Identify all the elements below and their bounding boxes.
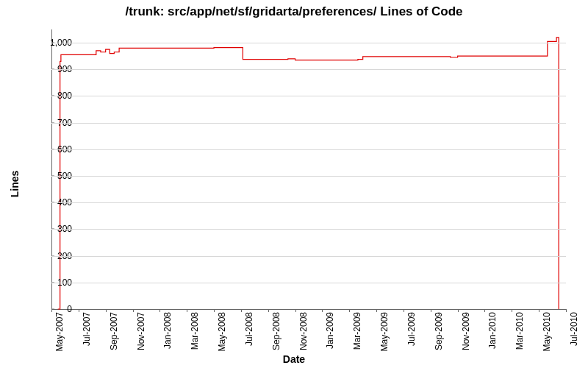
- x-tick-label: Jul-2009: [406, 312, 417, 368]
- x-tick-mark: [214, 309, 215, 312]
- gridline: [51, 69, 566, 70]
- data-line: [51, 29, 566, 309]
- x-tick-mark: [106, 309, 107, 312]
- x-tick-label: Sep-2007: [109, 312, 119, 368]
- x-tick-label: May-2007: [54, 312, 65, 368]
- gridline: [51, 43, 566, 43]
- x-tick-label: Jul-2007: [82, 312, 92, 368]
- x-tick-label: Jul-2010: [569, 312, 579, 368]
- x-tick-label: Nov-2008: [298, 312, 309, 368]
- y-axis-label: Lines: [9, 171, 21, 198]
- y-tick-label: 0: [28, 304, 72, 314]
- x-tick-label: May-2010: [542, 312, 552, 368]
- x-tick-mark: [566, 309, 567, 312]
- x-tick-mark: [349, 309, 350, 312]
- x-tick-label: Jan-2009: [325, 312, 335, 368]
- x-tick-mark: [376, 309, 377, 312]
- x-tick-label: Sep-2008: [271, 312, 282, 368]
- x-tick-mark: [268, 309, 269, 312]
- x-tick-mark: [431, 309, 431, 312]
- x-tick-label: Mar-2009: [352, 312, 362, 368]
- x-tick-label: Nov-2009: [461, 312, 471, 368]
- x-tick-mark: [295, 309, 296, 312]
- gridline: [51, 176, 566, 177]
- loc-line-chart: /trunk: src/app/net/sf/gridarta/preferen…: [0, 0, 588, 368]
- x-tick-mark: [241, 309, 242, 312]
- gridline: [51, 283, 566, 283]
- x-tick-label: May-2009: [379, 312, 390, 368]
- x-tick-mark: [187, 309, 187, 312]
- x-tick-label: Mar-2008: [190, 312, 200, 368]
- x-tick-label: May-2008: [217, 312, 227, 368]
- x-tick-mark: [322, 309, 323, 312]
- x-tick-mark: [539, 309, 539, 312]
- x-tick-label: Jan-2010: [487, 312, 498, 368]
- x-tick-mark: [51, 309, 52, 312]
- x-tick-mark: [484, 309, 485, 312]
- chart-title: /trunk: src/app/net/sf/gridarta/preferen…: [0, 4, 588, 19]
- x-tick-label: Mar-2010: [514, 312, 525, 368]
- x-tick-mark: [159, 309, 160, 312]
- x-tick-mark: [79, 309, 79, 312]
- gridline: [51, 256, 566, 257]
- x-tick-mark: [458, 309, 459, 312]
- gridline: [51, 123, 566, 124]
- x-tick-mark: [404, 309, 404, 312]
- x-tick-label: Jul-2008: [244, 312, 254, 368]
- x-tick-mark: [512, 309, 512, 312]
- x-tick-label: Jan-2008: [162, 312, 173, 368]
- gridline: [51, 202, 566, 203]
- x-tick-label: Sep-2009: [434, 312, 444, 368]
- gridline: [51, 229, 566, 230]
- gridline: [51, 149, 566, 150]
- gridline: [51, 96, 566, 96]
- x-tick-mark: [133, 309, 134, 312]
- x-tick-label: Nov-2007: [136, 312, 146, 368]
